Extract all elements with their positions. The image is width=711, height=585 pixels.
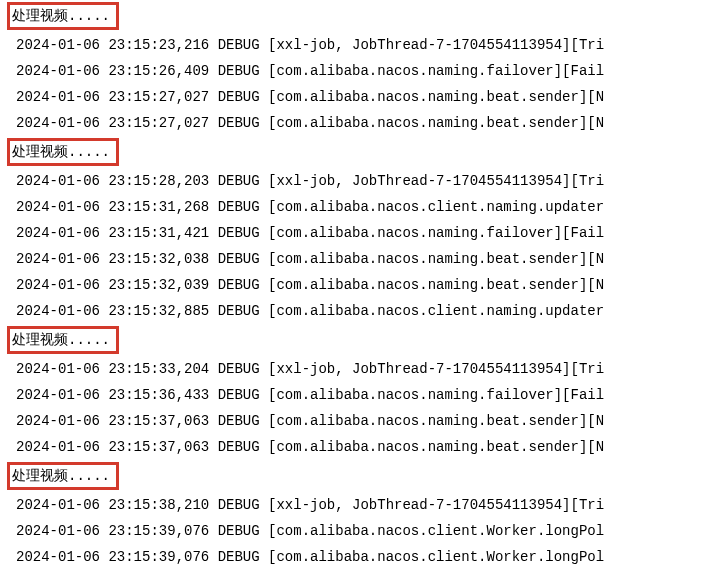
log-line: 2024-01-06 23:15:32,039 DEBUG [com.aliba… (0, 272, 711, 298)
highlight-marker-text: 处理视频..... (7, 2, 119, 30)
log-line: 2024-01-06 23:15:39,076 DEBUG [com.aliba… (0, 518, 711, 544)
log-line: 2024-01-06 23:15:38,210 DEBUG [xxl-job, … (0, 492, 711, 518)
log-line: 2024-01-06 23:15:33,204 DEBUG [xxl-job, … (0, 356, 711, 382)
log-line: 2024-01-06 23:15:36,433 DEBUG [com.aliba… (0, 382, 711, 408)
log-line: 2024-01-06 23:15:31,268 DEBUG [com.aliba… (0, 194, 711, 220)
log-line: 2024-01-06 23:15:32,885 DEBUG [com.aliba… (0, 298, 711, 324)
highlight-marker: 处理视频..... (0, 462, 711, 490)
highlight-marker-text: 处理视频..... (7, 326, 119, 354)
log-line: 2024-01-06 23:15:27,027 DEBUG [com.aliba… (0, 84, 711, 110)
log-line: 2024-01-06 23:15:28,203 DEBUG [xxl-job, … (0, 168, 711, 194)
log-output: 处理视频.....2024-01-06 23:15:23,216 DEBUG [… (0, 2, 711, 570)
log-line: 2024-01-06 23:15:39,076 DEBUG [com.aliba… (0, 544, 711, 570)
highlight-marker: 处理视频..... (0, 138, 711, 166)
highlight-marker: 处理视频..... (0, 2, 711, 30)
log-line: 2024-01-06 23:15:23,216 DEBUG [xxl-job, … (0, 32, 711, 58)
log-line: 2024-01-06 23:15:27,027 DEBUG [com.aliba… (0, 110, 711, 136)
log-line: 2024-01-06 23:15:26,409 DEBUG [com.aliba… (0, 58, 711, 84)
highlight-marker: 处理视频..... (0, 326, 711, 354)
log-line: 2024-01-06 23:15:31,421 DEBUG [com.aliba… (0, 220, 711, 246)
log-line: 2024-01-06 23:15:37,063 DEBUG [com.aliba… (0, 408, 711, 434)
highlight-marker-text: 处理视频..... (7, 462, 119, 490)
highlight-marker-text: 处理视频..... (7, 138, 119, 166)
log-line: 2024-01-06 23:15:37,063 DEBUG [com.aliba… (0, 434, 711, 460)
log-line: 2024-01-06 23:15:32,038 DEBUG [com.aliba… (0, 246, 711, 272)
